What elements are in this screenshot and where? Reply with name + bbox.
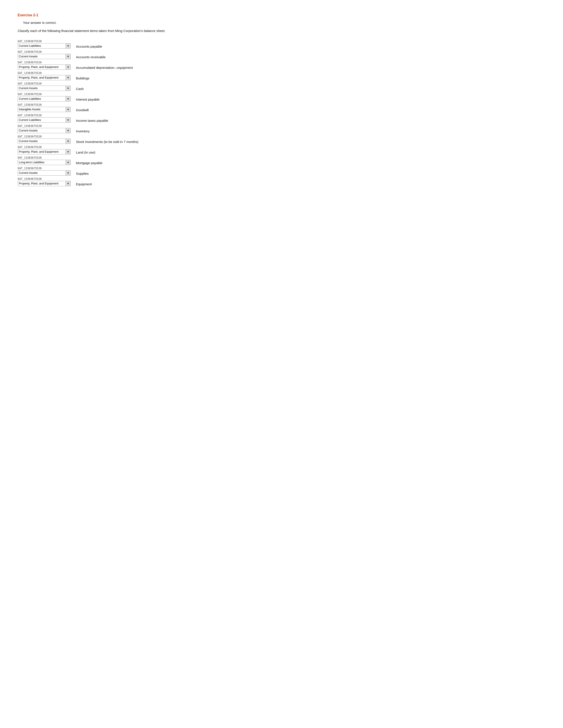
eat-label: EAT_13383675520 [18,61,71,64]
dropdown-wrapper[interactable]: Current AssetsCurrent LiabilitiesLong-te… [18,54,71,59]
eat-label: EAT_13383675520 [18,50,71,53]
item-row: EAT_13383675520Current AssetsCurrent Lia… [18,124,181,133]
dropdown-wrapper[interactable]: Current AssetsCurrent LiabilitiesLong-te… [18,160,71,165]
dropdown-arrow-icon[interactable]: ▼ [66,96,70,101]
classification-select-12[interactable]: Current AssetsCurrent LiabilitiesLong-te… [18,160,66,165]
eat-label: EAT_13383675520 [18,135,71,138]
eat-label: EAT_13383675520 [18,40,71,43]
item-row: EAT_13383675520Current AssetsCurrent Lia… [18,82,181,91]
dropdown-wrapper[interactable]: Current AssetsCurrent LiabilitiesLong-te… [18,149,71,154]
eat-label: EAT_13383675520 [18,177,71,180]
item-label: Accounts payable [76,40,102,48]
classification-select-5[interactable]: Current AssetsCurrent LiabilitiesLong-te… [18,86,66,90]
classification-select-7[interactable]: Current AssetsCurrent LiabilitiesLong-te… [18,107,66,112]
dropdown-group: EAT_13383675520Current AssetsCurrent Lia… [18,40,71,49]
item-row: EAT_13383675520Current AssetsCurrent Lia… [18,135,181,144]
item-row: EAT_13383675520Current AssetsCurrent Lia… [18,156,181,165]
items-list: EAT_13383675520Current AssetsCurrent Lia… [18,40,181,188]
item-label: Stock investments (to be sold in 7 month… [76,135,138,144]
eat-label: EAT_13383675520 [18,114,71,117]
dropdown-wrapper[interactable]: Current AssetsCurrent LiabilitiesLong-te… [18,107,71,112]
item-label: Income taxes payable [76,114,108,122]
classification-select-4[interactable]: Current AssetsCurrent LiabilitiesLong-te… [18,75,66,80]
eat-label: EAT_13383675520 [18,124,71,128]
exercise-title: Exercise 2-1 [18,13,181,17]
dropdown-wrapper[interactable]: Current AssetsCurrent LiabilitiesLong-te… [18,170,71,176]
item-row: EAT_13383675520Current AssetsCurrent Lia… [18,71,181,80]
classification-select-3[interactable]: Current AssetsCurrent LiabilitiesLong-te… [18,65,66,69]
dropdown-arrow-icon[interactable]: ▼ [66,107,70,112]
classification-select-8[interactable]: Current AssetsCurrent LiabilitiesLong-te… [18,118,66,122]
dropdown-wrapper[interactable]: Current AssetsCurrent LiabilitiesLong-te… [18,181,71,186]
dropdown-group: EAT_13383675520Current AssetsCurrent Lia… [18,167,71,176]
dropdown-arrow-icon[interactable]: ▼ [66,160,70,165]
dropdown-group: EAT_13383675520Current AssetsCurrent Lia… [18,71,71,80]
dropdown-arrow-icon[interactable]: ▼ [66,139,70,144]
dropdown-group: EAT_13383675520Current AssetsCurrent Lia… [18,103,71,112]
dropdown-arrow-icon[interactable]: ▼ [66,149,70,154]
eat-label: EAT_13383675520 [18,156,71,159]
dropdown-wrapper[interactable]: Current AssetsCurrent LiabilitiesLong-te… [18,75,71,80]
dropdown-group: EAT_13383675520Current AssetsCurrent Lia… [18,146,71,154]
eat-label: EAT_13383675520 [18,71,71,75]
item-row: EAT_13383675520Current AssetsCurrent Lia… [18,146,181,154]
item-row: EAT_13383675520Current AssetsCurrent Lia… [18,50,181,59]
item-row: EAT_13383675520Current AssetsCurrent Lia… [18,114,181,123]
item-row: EAT_13383675520Current AssetsCurrent Lia… [18,177,181,186]
dropdown-arrow-icon[interactable]: ▼ [66,181,70,186]
eat-label: EAT_13383675520 [18,93,71,96]
dropdown-group: EAT_13383675520Current AssetsCurrent Lia… [18,177,71,186]
eat-label: EAT_13383675520 [18,103,71,106]
item-label: Cash [76,82,84,91]
dropdown-arrow-icon[interactable]: ▼ [66,54,70,59]
item-label: Land (in use) [76,146,95,154]
item-label: Goodwill [76,103,89,112]
item-row: EAT_13383675520Current AssetsCurrent Lia… [18,61,181,70]
dropdown-wrapper[interactable]: Current AssetsCurrent LiabilitiesLong-te… [18,117,71,123]
classification-select-6[interactable]: Current AssetsCurrent LiabilitiesLong-te… [18,96,66,101]
dropdown-group: EAT_13383675520Current AssetsCurrent Lia… [18,50,71,59]
item-row: EAT_13383675520Current AssetsCurrent Lia… [18,93,181,101]
classification-select-14[interactable]: Current AssetsCurrent LiabilitiesLong-te… [18,181,66,186]
dropdown-arrow-icon[interactable]: ▼ [66,86,70,91]
item-label: Equipment [76,177,92,186]
classification-select-9[interactable]: Current AssetsCurrent LiabilitiesLong-te… [18,128,66,133]
dropdown-arrow-icon[interactable]: ▼ [66,43,70,48]
dropdown-group: EAT_13383675520Current AssetsCurrent Lia… [18,61,71,70]
classification-select-1[interactable]: Current AssetsCurrent LiabilitiesLong-te… [18,43,66,48]
item-row: EAT_13383675520Current AssetsCurrent Lia… [18,40,181,49]
dropdown-arrow-icon[interactable]: ▼ [66,171,70,175]
item-label: Accumulated depreciation—equipment [76,61,133,69]
dropdown-wrapper[interactable]: Current AssetsCurrent LiabilitiesLong-te… [18,86,71,91]
dropdown-group: EAT_13383675520Current AssetsCurrent Lia… [18,156,71,165]
dropdown-group: EAT_13383675520Current AssetsCurrent Lia… [18,93,71,101]
item-label: Buildings [76,71,89,80]
item-row: EAT_13383675520Current AssetsCurrent Lia… [18,167,181,176]
instructions: Classify each of the following financial… [18,28,181,34]
classification-select-2[interactable]: Current AssetsCurrent LiabilitiesLong-te… [18,54,66,59]
item-label: Supplies [76,167,89,175]
classification-select-10[interactable]: Current AssetsCurrent LiabilitiesLong-te… [18,139,66,143]
classification-select-11[interactable]: Current AssetsCurrent LiabilitiesLong-te… [18,149,66,154]
eat-label: EAT_13383675520 [18,146,71,149]
dropdown-arrow-icon[interactable]: ▼ [66,65,70,69]
item-label: Inventory [76,124,90,133]
dropdown-wrapper[interactable]: Current AssetsCurrent LiabilitiesLong-te… [18,128,71,133]
dropdown-arrow-icon[interactable]: ▼ [66,118,70,122]
correct-message: Your answer is correct. [23,21,181,24]
eat-label: EAT_13383675520 [18,167,71,170]
classification-select-13[interactable]: Current AssetsCurrent LiabilitiesLong-te… [18,171,66,175]
dropdown-wrapper[interactable]: Current AssetsCurrent LiabilitiesLong-te… [18,43,71,49]
dropdown-wrapper[interactable]: Current AssetsCurrent LiabilitiesLong-te… [18,64,71,70]
dropdown-wrapper[interactable]: Current AssetsCurrent LiabilitiesLong-te… [18,139,71,144]
eat-label: EAT_13383675520 [18,82,71,85]
dropdown-arrow-icon[interactable]: ▼ [66,75,70,80]
item-label: Mortgage payable [76,156,102,165]
dropdown-wrapper[interactable]: Current AssetsCurrent LiabilitiesLong-te… [18,96,71,101]
dropdown-group: EAT_13383675520Current AssetsCurrent Lia… [18,124,71,133]
dropdown-group: EAT_13383675520Current AssetsCurrent Lia… [18,114,71,123]
dropdown-group: EAT_13383675520Current AssetsCurrent Lia… [18,135,71,144]
item-label: Interest payable [76,93,100,101]
item-row: EAT_13383675520Current AssetsCurrent Lia… [18,103,181,112]
dropdown-arrow-icon[interactable]: ▼ [66,128,70,133]
